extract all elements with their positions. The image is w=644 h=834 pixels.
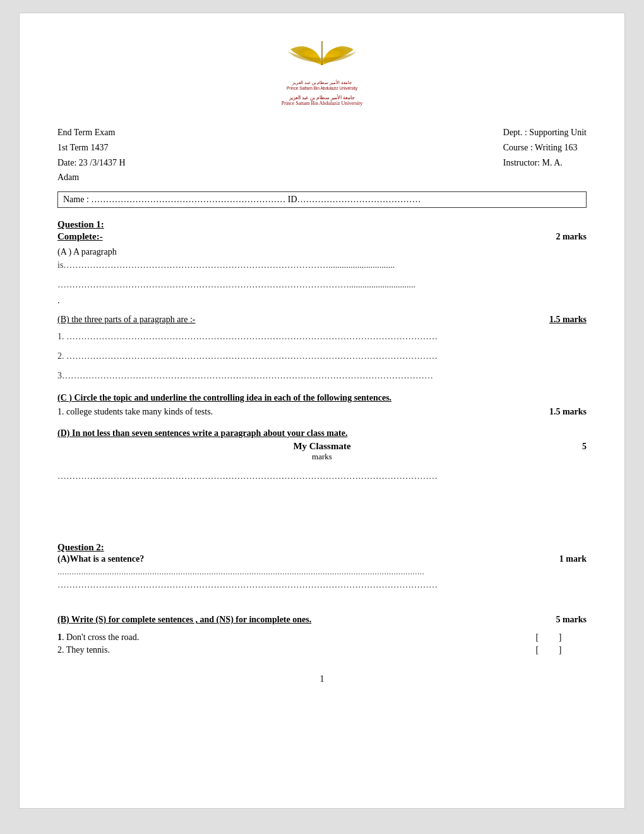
part-c-sentence: 1. college students take many kinds of t… [57,407,213,417]
sentences-list: 1. Don't cross the road. [ ] 2. They ten… [57,632,587,655]
q2-spacer [57,596,587,607]
part-d-center: My Classmate marks [234,441,410,462]
header: جامعة الأمير سطام بن عبد العزيز Prince S… [57,39,587,106]
part-c-label: (C ) Circle the topic and underline the … [57,393,587,403]
page-number: 1 [57,674,587,684]
sentence-2-bracket: [ ] [511,645,587,655]
part-d-line: …………………………………………………………………………………………………………… [57,468,587,485]
marks-d: 5 [410,442,587,452]
q2-ellipsis: …………………………………………………………………………………………………………… [57,577,587,594]
marks-b: 1.5 marks [549,315,587,325]
uni-name-ar: جامعة الأمير سطام بن عبد العزيز [271,95,373,100]
uni-name-en: Prince Sattam Bin Abdulaziz University [271,100,373,106]
part-d-space2 [57,509,587,528]
part-a-label: (A ) A paragraph [57,247,587,257]
question-1-block: Question 1: Complete:- 2 marks (A ) A pa… [57,219,587,528]
logo-svg: جامعة الأمير سطام بن عبد العزيز Prince S… [271,39,373,92]
part-d: (D) In not less than seven sentences wri… [57,428,587,528]
meta-section: End Term Exam 1st Term 1437 Date: 23 /3/… [57,125,587,185]
part-b-line2: 2. …………………………………………………………………………………………………… [57,348,587,365]
part-a-line1: is………………………………………………………………………………........… [57,257,587,274]
exam-page: جامعة الأمير سطام بن عبد العزيز Prince S… [19,13,625,809]
question-2-block: Question 2: (A)What is a sentence? 1 mar… [57,542,587,656]
part-a: (A ) A paragraph is………………………………………………………… [57,247,587,306]
q2-part-b-label: (B) Write (S) for complete sentences , a… [57,615,311,625]
sentence-2-text: 2. They tennis. [57,645,511,655]
part-a-line2: ……………………………………………………………………………………….......… [57,277,587,294]
q2-part-a-label: (A)What is a sentence? [57,554,144,564]
marks-c: 1.5 marks [549,407,587,417]
exam-date: Date: 23 /3/1437 H [57,155,126,171]
question-1-subtitle: Complete:- [57,231,103,242]
q2-part-b: (B) Write (S) for complete sentences , a… [57,615,587,655]
uni-arabic: جامعة الأمير سطام بن عبد العزيز [292,79,352,85]
sentence-1-text: 1. Don't cross the road. [57,632,511,643]
part-b: (B) the three parts of a paragraph are :… [57,315,587,384]
part-d-title-row: My Classmate marks 5 [57,441,587,462]
question-1-title: Question 1: [57,219,587,230]
name-id-text: Name : ………………………………………………………… ID……………………… [63,195,581,205]
q2-marks-a: 1 mark [559,554,587,564]
student-name-label: Adam [57,170,126,185]
part-b-label-text: (B) the three parts of a paragraph are :… [57,315,195,325]
sentence-1-bracket: [ ] [511,632,587,643]
part-c: (C ) Circle the topic and underline the … [57,393,587,417]
sentence-1-row: 1. Don't cross the road. [ ] [57,632,587,643]
part-b-line3: 3………………………………………………………………………………………………………… [57,368,587,385]
question-2-title: Question 2: [57,542,587,553]
part-d-title: My Classmate [234,441,410,452]
part-c-sentence-row: 1. college students take many kinds of t… [57,407,587,417]
exam-instructor: Instructor: M. A. [503,155,587,171]
q2-part-a-header: (A)What is a sentence? 1 mark [57,554,587,564]
exam-type: End Term Exam [57,125,126,140]
part-b-label: (B) the three parts of a paragraph are :… [57,315,587,325]
meta-right: Dept. : Supporting Unit Course : Writing… [503,125,587,185]
part-d-label: (D) In not less than seven sentences wri… [57,428,587,438]
exam-dept: Dept. : Supporting Unit [503,125,587,140]
part-d-marks-label: marks [234,452,410,462]
uni-english-logo: Prince Sattam Bin Abdulaziz University [287,86,358,91]
q2-part-b-header: (B) Write (S) for complete sentences , a… [57,615,587,627]
part-b-line1: 1. …………………………………………………………………………………………………… [57,329,587,346]
q2-dotline: ........................................… [57,567,587,577]
part-a-dot: . [57,296,587,306]
q2-marks-b: 5 marks [556,615,587,625]
exam-course: Course : Writing 163 [503,140,587,155]
meta-left: End Term Exam 1st Term 1437 Date: 23 /3/… [57,125,126,185]
sentence-2-row: 2. They tennis. [ ] [57,645,587,655]
part-d-space [57,488,587,507]
marks-a: 2 marks [556,232,587,242]
name-id-row: Name : ………………………………………………………… ID……………………… [57,191,587,208]
exam-term: 1st Term 1437 [57,140,126,155]
university-logo: جامعة الأمير سطام بن عبد العزيز Prince S… [271,39,373,106]
